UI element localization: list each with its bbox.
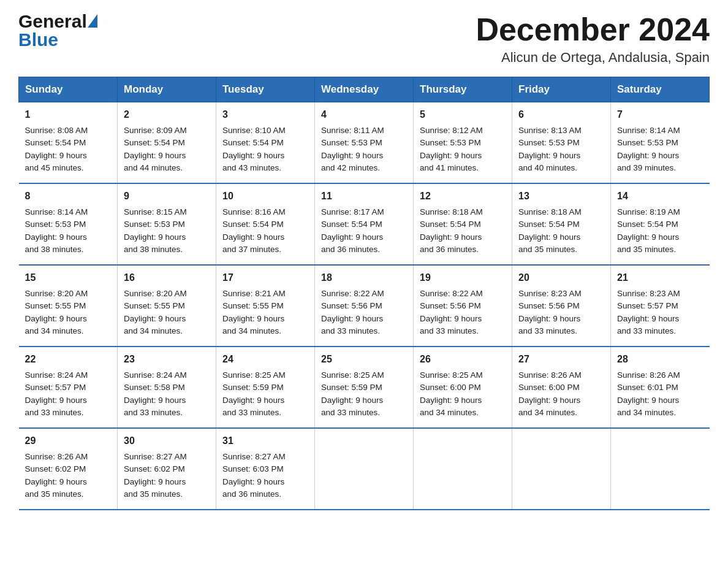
- day-number: 31: [222, 434, 308, 448]
- calendar-day-cell: 31 Sunrise: 8:27 AM Sunset: 6:03 PM Dayl…: [216, 428, 315, 510]
- day-number: 30: [124, 434, 210, 448]
- sunset-text: Sunset: 5:55 PM: [222, 301, 284, 310]
- day-number: 3: [222, 107, 308, 122]
- day-number: 13: [518, 189, 604, 204]
- calendar-day-cell: 6 Sunrise: 8:13 AM Sunset: 5:53 PM Dayli…: [512, 102, 611, 184]
- calendar-day-cell: 28 Sunrise: 8:26 AM Sunset: 6:01 PM Dayl…: [611, 347, 710, 428]
- sunset-text: Sunset: 5:54 PM: [617, 220, 678, 229]
- day-number: 10: [222, 189, 308, 204]
- calendar-week-row: 29 Sunrise: 8:26 AM Sunset: 6:02 PM Dayl…: [19, 428, 710, 510]
- daylight-text: Daylight: 9 hours: [25, 396, 87, 405]
- day-number: 4: [321, 107, 407, 122]
- daylight-text: Daylight: 9 hours: [321, 314, 383, 323]
- header-friday: Friday: [512, 77, 611, 102]
- sunset-text: Sunset: 5:57 PM: [25, 383, 86, 392]
- sunrise-text: Sunrise: 8:26 AM: [25, 452, 88, 461]
- daylight-minutes-text: and 36 minutes.: [321, 245, 380, 254]
- logo: General Blue: [18, 12, 97, 49]
- daylight-text: Daylight: 9 hours: [124, 151, 186, 160]
- day-number: 6: [518, 107, 604, 122]
- calendar-day-cell: 27 Sunrise: 8:26 AM Sunset: 6:00 PM Dayl…: [512, 347, 611, 428]
- sunset-text: Sunset: 5:54 PM: [222, 220, 284, 229]
- sunset-text: Sunset: 5:55 PM: [25, 301, 86, 310]
- daylight-minutes-text: and 35 minutes.: [25, 489, 84, 499]
- calendar-day-cell: 25 Sunrise: 8:25 AM Sunset: 5:59 PM Dayl…: [315, 347, 414, 428]
- daylight-text: Daylight: 9 hours: [25, 151, 87, 160]
- daylight-text: Daylight: 9 hours: [321, 151, 383, 160]
- day-number: 7: [617, 107, 703, 122]
- sunset-text: Sunset: 5:56 PM: [420, 301, 481, 310]
- daylight-minutes-text: and 35 minutes.: [617, 245, 676, 254]
- calendar-day-cell: 1 Sunrise: 8:08 AM Sunset: 5:54 PM Dayli…: [19, 102, 118, 184]
- calendar-day-cell: 15 Sunrise: 8:20 AM Sunset: 5:55 PM Dayl…: [19, 265, 118, 347]
- calendar-day-cell: 11 Sunrise: 8:17 AM Sunset: 5:54 PM Dayl…: [315, 183, 414, 265]
- sunset-text: Sunset: 5:59 PM: [222, 383, 284, 392]
- sunrise-text: Sunrise: 8:26 AM: [617, 370, 680, 380]
- calendar-day-cell: 14 Sunrise: 8:19 AM Sunset: 5:54 PM Dayl…: [611, 183, 710, 265]
- sunset-text: Sunset: 6:02 PM: [25, 464, 86, 473]
- calendar-day-cell: 19 Sunrise: 8:22 AM Sunset: 5:56 PM Dayl…: [414, 265, 512, 347]
- daylight-text: Daylight: 9 hours: [222, 232, 284, 242]
- header-sunday: Sunday: [19, 77, 118, 102]
- sunrise-text: Sunrise: 8:22 AM: [321, 289, 384, 298]
- sunset-text: Sunset: 6:00 PM: [518, 383, 580, 392]
- sunrise-text: Sunrise: 8:21 AM: [222, 289, 286, 298]
- daylight-text: Daylight: 9 hours: [25, 314, 87, 323]
- daylight-text: Daylight: 9 hours: [518, 151, 580, 160]
- sunrise-text: Sunrise: 8:20 AM: [124, 289, 187, 298]
- sunrise-text: Sunrise: 8:15 AM: [124, 207, 187, 216]
- calendar-day-cell: 23 Sunrise: 8:24 AM Sunset: 5:58 PM Dayl…: [118, 347, 216, 428]
- daylight-minutes-text: and 35 minutes.: [124, 489, 183, 499]
- calendar-day-cell: 24 Sunrise: 8:25 AM Sunset: 5:59 PM Dayl…: [216, 347, 315, 428]
- title-block: December 2024 Alicun de Ortega, Andalusi…: [476, 12, 710, 66]
- logo-blue-text: Blue: [18, 29, 58, 50]
- day-number: 28: [617, 352, 703, 367]
- logo-general-text: General: [18, 12, 87, 31]
- sunset-text: Sunset: 5:53 PM: [420, 138, 481, 147]
- sunrise-text: Sunrise: 8:12 AM: [420, 126, 483, 135]
- daylight-minutes-text: and 33 minutes.: [124, 408, 183, 417]
- sunrise-text: Sunrise: 8:27 AM: [124, 452, 187, 461]
- daylight-minutes-text: and 43 minutes.: [222, 163, 281, 172]
- calendar-day-cell: [414, 428, 512, 510]
- daylight-minutes-text: and 41 minutes.: [420, 163, 479, 172]
- daylight-text: Daylight: 9 hours: [420, 232, 482, 242]
- daylight-minutes-text: and 34 minutes.: [222, 326, 281, 335]
- daylight-text: Daylight: 9 hours: [222, 396, 284, 405]
- calendar-day-cell: 21 Sunrise: 8:23 AM Sunset: 5:57 PM Dayl…: [611, 265, 710, 347]
- calendar-day-cell: [611, 428, 710, 510]
- calendar-day-cell: 4 Sunrise: 8:11 AM Sunset: 5:53 PM Dayli…: [315, 102, 414, 184]
- sunset-text: Sunset: 5:53 PM: [25, 220, 86, 229]
- calendar-day-cell: 3 Sunrise: 8:10 AM Sunset: 5:54 PM Dayli…: [216, 102, 315, 184]
- sunset-text: Sunset: 6:00 PM: [420, 383, 481, 392]
- calendar-header-row: Sunday Monday Tuesday Wednesday Thursday…: [19, 77, 710, 102]
- logo-triangle-icon: [88, 14, 97, 29]
- day-number: 26: [420, 352, 506, 367]
- sunset-text: Sunset: 5:55 PM: [124, 301, 185, 310]
- daylight-minutes-text: and 33 minutes.: [321, 326, 380, 335]
- day-number: 24: [222, 352, 308, 367]
- daylight-minutes-text: and 42 minutes.: [321, 163, 380, 172]
- day-number: 12: [420, 189, 506, 204]
- sunset-text: Sunset: 5:53 PM: [124, 220, 185, 229]
- sunset-text: Sunset: 5:54 PM: [25, 138, 86, 147]
- daylight-text: Daylight: 9 hours: [420, 314, 482, 323]
- calendar-day-cell: 30 Sunrise: 8:27 AM Sunset: 6:02 PM Dayl…: [118, 428, 216, 510]
- daylight-text: Daylight: 9 hours: [617, 314, 679, 323]
- calendar-day-cell: 13 Sunrise: 8:18 AM Sunset: 5:54 PM Dayl…: [512, 183, 611, 265]
- sunrise-text: Sunrise: 8:18 AM: [420, 207, 483, 216]
- daylight-minutes-text: and 33 minutes.: [518, 326, 577, 335]
- sunset-text: Sunset: 5:53 PM: [321, 138, 382, 147]
- daylight-text: Daylight: 9 hours: [518, 314, 580, 323]
- daylight-minutes-text: and 39 minutes.: [617, 163, 676, 172]
- day-number: 14: [617, 189, 703, 204]
- daylight-minutes-text: and 40 minutes.: [518, 163, 577, 172]
- daylight-text: Daylight: 9 hours: [518, 396, 580, 405]
- calendar-day-cell: 20 Sunrise: 8:23 AM Sunset: 5:56 PM Dayl…: [512, 265, 611, 347]
- calendar-week-row: 8 Sunrise: 8:14 AM Sunset: 5:53 PM Dayli…: [19, 183, 710, 265]
- daylight-minutes-text: and 36 minutes.: [420, 245, 479, 254]
- sunrise-text: Sunrise: 8:24 AM: [25, 370, 88, 380]
- daylight-text: Daylight: 9 hours: [518, 232, 580, 242]
- daylight-text: Daylight: 9 hours: [124, 396, 186, 405]
- sunrise-text: Sunrise: 8:22 AM: [420, 289, 483, 298]
